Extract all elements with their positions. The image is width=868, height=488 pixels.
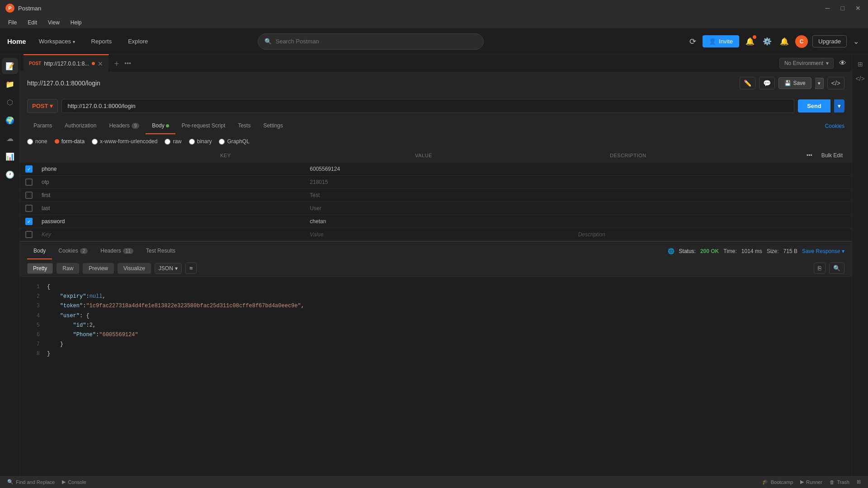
method-selector[interactable]: POST ▾ [27, 99, 58, 113]
row-check-phone[interactable]: ✓ [25, 165, 42, 173]
upgrade-button[interactable]: Upgrade [812, 35, 847, 47]
bulk-edit-button[interactable]: Bulk Edit [818, 150, 846, 160]
tab-body[interactable]: Body [146, 118, 175, 134]
checkbox-otp[interactable] [25, 178, 33, 186]
menu-file[interactable]: File [4, 19, 21, 27]
search-response-btn[interactable]: 🔍 [829, 263, 844, 274]
pretty-btn[interactable]: Pretty [27, 263, 53, 274]
right-sidebar-api-icon[interactable]: ⊞ [854, 58, 867, 70]
explore-nav[interactable]: Explore [124, 36, 151, 47]
row-value-phone[interactable]: 6005569124 [310, 166, 578, 172]
close-button[interactable]: ✕ [854, 3, 863, 14]
row-value-last[interactable]: User [310, 205, 578, 211]
send-button[interactable]: Send [798, 99, 830, 113]
body-urlencoded-option[interactable]: x-www-form-urlencoded [92, 138, 157, 145]
format-selector[interactable]: JSON ▾ [155, 263, 182, 274]
expand-layout-btn[interactable]: ⊞ [857, 479, 861, 485]
wrap-btn[interactable]: ≡ [185, 263, 197, 274]
sidebar-mock-servers-icon[interactable]: ☁ [2, 130, 18, 146]
row-check-last[interactable] [25, 205, 42, 212]
find-replace-btn[interactable]: 🔍 Find and Replace [7, 479, 55, 485]
row-key-last[interactable]: last [42, 205, 310, 211]
body-none-option[interactable]: none [27, 138, 47, 145]
menu-edit[interactable]: Edit [23, 19, 42, 27]
tab-headers[interactable]: Headers9 [103, 118, 146, 134]
send-dropdown-btn[interactable]: ▾ [834, 99, 844, 113]
row-check-password[interactable]: ✓ [25, 218, 42, 225]
tab-params[interactable]: Params [27, 118, 58, 134]
edit-icon-btn[interactable]: ✏️ [740, 77, 755, 89]
row-check-otp[interactable] [25, 178, 42, 186]
sidebar-collections-icon[interactable]: 📁 [2, 76, 18, 92]
right-sidebar-code-icon[interactable]: </> [854, 72, 867, 85]
maximize-button[interactable]: □ [839, 3, 846, 14]
tab-close-btn[interactable]: ✕ [98, 60, 103, 67]
save-response-button[interactable]: Save Response ▾ [802, 248, 844, 254]
notifications-btn[interactable]: 🔔 [744, 35, 756, 47]
menu-view[interactable]: View [43, 19, 64, 27]
row-check-empty[interactable] [25, 231, 42, 238]
comment-icon-btn[interactable]: 💬 [759, 77, 775, 89]
tab-authorization[interactable]: Authorization [58, 118, 103, 134]
menu-help[interactable]: Help [66, 19, 86, 27]
environment-selector[interactable]: No Environment ▾ [779, 58, 834, 69]
response-tab-cookies[interactable]: Cookies2 [52, 243, 94, 259]
checkbox-empty[interactable] [25, 231, 33, 238]
response-tab-body[interactable]: Body [27, 243, 52, 259]
response-tab-headers[interactable]: Headers11 [94, 243, 139, 259]
row-key-phone[interactable]: phone [42, 166, 310, 172]
checkbox-first[interactable] [25, 192, 33, 199]
settings-btn[interactable]: ⚙️ [761, 35, 774, 47]
checkbox-last[interactable] [25, 205, 33, 212]
add-tab-button[interactable]: ＋ [109, 58, 124, 69]
search-input[interactable] [275, 38, 477, 45]
env-eye-icon[interactable]: 👁 [837, 57, 848, 69]
sidebar-apis-icon[interactable]: ⬡ [2, 94, 18, 110]
row-key-otp[interactable]: otp [42, 179, 310, 185]
expand-icon-btn[interactable]: ⌄ [851, 35, 861, 47]
request-tab[interactable]: POST http://127.0.0.1:8... ✕ [24, 54, 109, 72]
trash-btn[interactable]: 🗑 Trash [830, 479, 849, 485]
console-btn[interactable]: ▶ Console [62, 479, 86, 485]
body-graphql-option[interactable]: GraphQL [219, 138, 249, 145]
more-options-btn[interactable]: ••• [805, 150, 814, 160]
row-value-empty[interactable]: Value [310, 231, 578, 238]
bootcamp-btn[interactable]: 🎓 Bootcamp [762, 479, 793, 485]
workspaces-nav[interactable]: Workspaces ▾ [35, 36, 79, 47]
row-value-first[interactable]: Test [310, 192, 578, 198]
row-key-first[interactable]: first [42, 192, 310, 198]
row-desc-empty[interactable]: Description [578, 231, 846, 238]
row-key-password[interactable]: password [42, 218, 310, 225]
more-tabs-button[interactable]: ••• [124, 60, 131, 67]
raw-btn[interactable]: Raw [57, 263, 79, 274]
search-bar[interactable]: 🔍 [258, 33, 484, 50]
save-dropdown-btn[interactable]: ▾ [815, 78, 824, 89]
visualize-btn[interactable]: Visualize [118, 263, 151, 274]
bell-btn[interactable]: 🔔 [778, 35, 791, 47]
url-input[interactable] [61, 99, 794, 113]
code-icon-btn[interactable]: </> [827, 77, 844, 89]
avatar[interactable]: C [795, 35, 808, 48]
row-check-first[interactable] [25, 192, 42, 199]
body-raw-option[interactable]: raw [165, 138, 181, 145]
sync-icon-btn[interactable]: ⟳ [688, 35, 698, 48]
sidebar-monitors-icon[interactable]: 📊 [2, 148, 18, 164]
minimize-button[interactable]: ─ [824, 3, 832, 14]
invite-button[interactable]: 👤 Invite [703, 35, 739, 47]
body-binary-option[interactable]: binary [189, 138, 212, 145]
checkbox-phone[interactable]: ✓ [25, 165, 33, 173]
runner-btn[interactable]: ▶ Runner [800, 479, 822, 485]
reports-nav[interactable]: Reports [88, 36, 116, 47]
tab-pre-request-script[interactable]: Pre-request Script [175, 118, 232, 134]
copy-response-btn[interactable]: ⎘ [814, 263, 826, 274]
row-value-otp[interactable]: 218015 [310, 179, 578, 185]
sidebar-history-icon[interactable]: 🕐 [2, 166, 18, 183]
row-value-password[interactable]: chetan [310, 218, 578, 225]
sidebar-new-request-icon[interactable]: 📝 [2, 58, 18, 74]
row-key-empty[interactable]: Key [42, 231, 310, 238]
sidebar-environments-icon[interactable]: 🌍 [2, 112, 18, 128]
home-nav[interactable]: Home [7, 38, 26, 45]
checkbox-password[interactable]: ✓ [25, 218, 33, 225]
cookies-link[interactable]: Cookies [825, 123, 844, 129]
tab-tests[interactable]: Tests [231, 118, 257, 134]
